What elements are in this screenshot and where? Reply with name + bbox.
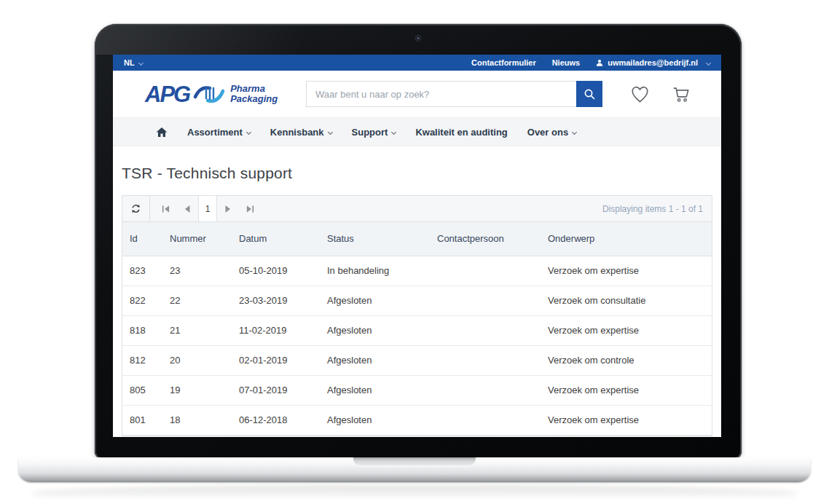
- column-header-nummer[interactable]: Nummer: [162, 222, 232, 256]
- logo-tagline-line2: Packaging: [230, 94, 278, 104]
- pager-next-button[interactable]: [217, 205, 239, 213]
- cell-onderwerp: Verzoek om expertise: [541, 375, 712, 405]
- chevron-down-icon: [138, 60, 144, 65]
- webcam-icon: [416, 36, 421, 41]
- chevron-down-icon: [246, 129, 251, 134]
- cell-contactpersoon: [430, 375, 541, 405]
- table-row[interactable]: 801 18 06-12-2018 Afgesloten Verzoek om …: [122, 405, 712, 435]
- pager-first-button[interactable]: [154, 205, 176, 213]
- nav-item-kennisbank[interactable]: Kennisbank: [270, 127, 332, 138]
- grid-status-text: Displaying items 1 - 1 of 1: [602, 204, 703, 214]
- column-header-id[interactable]: Id: [122, 222, 162, 256]
- cell-nummer: 18: [162, 405, 232, 435]
- cell-id: 801: [122, 405, 162, 435]
- column-header-status[interactable]: Status: [320, 222, 430, 256]
- column-header-contactpersoon[interactable]: Contactpersoon: [430, 222, 541, 256]
- topbar-link-contactformulier[interactable]: Contactformulier: [471, 58, 536, 67]
- nav-item-assortiment[interactable]: Assortiment: [187, 127, 251, 138]
- logo[interactable]: APG Pharma Packaging: [145, 82, 306, 106]
- search-input[interactable]: [306, 81, 576, 107]
- cell-nummer: 19: [162, 375, 232, 405]
- dna-swirl-icon: [192, 82, 226, 106]
- page-content: TSR - Technisch support: [113, 165, 721, 436]
- nav-item-label: Support: [352, 127, 388, 138]
- chevron-down-icon: [706, 60, 711, 65]
- cell-nummer: 22: [162, 286, 232, 315]
- column-header-datum[interactable]: Datum: [232, 222, 320, 256]
- table-row[interactable]: 818 21 11-02-2019 Afgesloten Verzoek om …: [122, 315, 712, 345]
- person-icon: [596, 59, 603, 66]
- topbar: NL Contactformulier Nieuws uwmailadres@b…: [113, 55, 721, 71]
- laptop-reflection: [33, 485, 796, 503]
- chevron-down-icon: [328, 129, 333, 134]
- nav-item-label: Assortiment: [187, 127, 243, 138]
- search-box: [306, 81, 602, 107]
- cell-onderwerp: Verzoek om expertise: [541, 315, 712, 345]
- logo-tagline-line1: Pharma: [230, 84, 278, 94]
- table-row[interactable]: 812 20 02-01-2019 Afgesloten Verzoek om …: [122, 345, 712, 375]
- refresh-icon: [130, 203, 141, 214]
- seek-last-icon: [245, 205, 255, 213]
- pager-last-button[interactable]: [239, 205, 261, 213]
- wishlist-heart-icon[interactable]: [630, 85, 650, 103]
- cell-id: 822: [122, 286, 162, 315]
- pager-prev-button[interactable]: [176, 205, 198, 213]
- laptop-notch: [353, 457, 476, 467]
- cell-id: 823: [122, 256, 162, 286]
- topbar-link-nieuws[interactable]: Nieuws: [552, 58, 581, 67]
- cell-id: 818: [122, 315, 162, 345]
- nav-item-support[interactable]: Support: [352, 127, 396, 138]
- cell-datum: 23-03-2019: [232, 286, 320, 315]
- cell-nummer: 21: [162, 315, 232, 345]
- language-selector[interactable]: NL: [124, 58, 143, 67]
- search-icon: [584, 88, 596, 101]
- nav-item-label: Over ons: [527, 127, 568, 138]
- account-menu[interactable]: uwmailadres@bedrijf.nl: [596, 58, 710, 67]
- nav-home-button[interactable]: [156, 127, 168, 138]
- cell-onderwerp: Verzoek om consultatie: [541, 286, 712, 315]
- logo-wordmark: APG: [145, 83, 189, 106]
- seek-first-icon: [161, 205, 170, 213]
- cell-id: 812: [122, 345, 162, 375]
- cell-datum: 07-01-2019: [232, 375, 320, 405]
- cell-status: Afgesloten: [320, 286, 430, 315]
- account-email: uwmailadres@bedrijf.nl: [608, 58, 698, 67]
- tsr-grid: 1: [122, 195, 712, 436]
- cell-onderwerp: Verzoek om expertise: [541, 256, 712, 286]
- chevron-down-icon: [572, 129, 577, 134]
- main-nav: Assortiment Kennisbank Support Kwaliteit…: [113, 117, 721, 146]
- browser-viewport: NL Contactformulier Nieuws uwmailadres@b…: [113, 55, 721, 437]
- laptop-lid: NL Contactformulier Nieuws uwmailadres@b…: [95, 24, 742, 459]
- home-icon: [156, 127, 168, 138]
- cell-onderwerp: Verzoek om expertise: [541, 405, 712, 435]
- table-row[interactable]: 822 22 23-03-2019 Afgesloten Verzoek om …: [122, 286, 712, 315]
- cell-status: In behandeling: [320, 256, 430, 286]
- refresh-button[interactable]: [122, 196, 150, 221]
- nav-item-kwaliteit-en-auditing[interactable]: Kwaliteit en auditing: [415, 127, 507, 138]
- cell-contactpersoon: [430, 286, 541, 315]
- cell-nummer: 20: [162, 345, 232, 375]
- page-title: TSR - Technisch support: [122, 165, 712, 182]
- nav-item-over-ons[interactable]: Over ons: [527, 127, 576, 138]
- cell-status: Afgesloten: [320, 375, 430, 405]
- cell-contactpersoon: [430, 345, 541, 375]
- logo-tagline: Pharma Packaging: [230, 84, 278, 104]
- current-page[interactable]: 1: [198, 196, 217, 221]
- column-header-onderwerp[interactable]: Onderwerp: [541, 222, 712, 256]
- chevron-down-icon: [391, 129, 396, 134]
- cell-datum: 02-01-2019: [232, 345, 320, 375]
- grid-toolbar: 1: [122, 196, 712, 222]
- cell-status: Afgesloten: [320, 345, 430, 375]
- cell-onderwerp: Verzoek om controle: [541, 345, 712, 375]
- nav-item-label: Kwaliteit en auditing: [415, 127, 507, 138]
- cart-icon[interactable]: [672, 85, 691, 103]
- tsr-table: Id Nummer Datum Status Contactpersoon On…: [122, 222, 712, 436]
- cell-id: 805: [122, 375, 162, 405]
- cell-contactpersoon: [430, 405, 541, 435]
- prev-page-icon: [184, 205, 191, 213]
- table-row[interactable]: 823 23 05-10-2019 In behandeling Verzoek…: [122, 256, 712, 286]
- search-button[interactable]: [576, 81, 602, 107]
- table-row[interactable]: 805 19 07-01-2019 Afgesloten Verzoek om …: [122, 375, 712, 405]
- table-header-row: Id Nummer Datum Status Contactpersoon On…: [122, 222, 712, 256]
- cell-status: Afgesloten: [320, 315, 430, 345]
